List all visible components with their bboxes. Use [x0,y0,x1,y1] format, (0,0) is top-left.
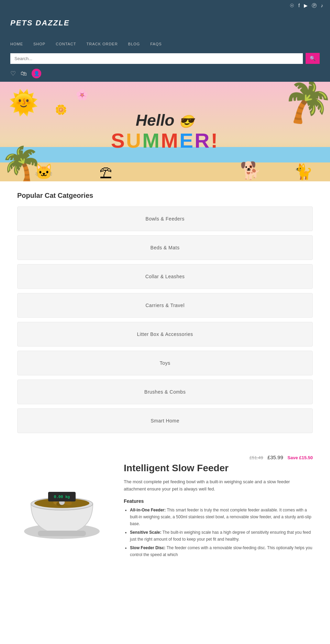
banner-summer: SUMMER! [111,129,219,152]
category-toys[interactable]: Toys [17,351,313,375]
search-input[interactable] [10,53,303,64]
nav-track-order[interactable]: TRACK ORDER [87,38,118,50]
svg-text:0.00 kg: 0.00 kg [54,495,70,499]
product-price-row: £51.49 £35.99 Save £15.50 [17,454,313,461]
flower-decoration-2: 🌼 [55,104,67,115]
search-bar: 🔍 [0,50,330,67]
tiktok-icon[interactable]: ♪ [321,3,323,9]
feature-2-name: Sensitive Scale: [130,530,161,535]
product-image: 0.00 kg [17,463,107,545]
nav-home[interactable]: HOME [10,38,23,50]
instagram-icon[interactable]: ☉ [290,3,294,9]
features-list: All-in-One Feeder: This smart feeder is … [124,507,313,558]
category-collar-leashes-label: Collar & Leashes [145,274,185,279]
feature-3: Slow Feeder Disc: The feeder comes with … [130,544,313,558]
cart-icon[interactable]: 🛍 [21,70,27,77]
product-title: Intelligent Slow Feeder [124,463,313,474]
svg-rect-10 [38,531,86,536]
product-layout: 0.00 kg Intelligent Slow Feeder The most… [17,463,313,560]
category-bowls-feeders-label: Bowls & Feeders [145,216,184,222]
nav-shop[interactable]: SHOP [33,38,45,50]
categories-section: Popular Cat Catgeories Bowls & Feeders B… [0,181,330,448]
top-bar: ☉ f ▶ Ⓟ ♪ [0,0,330,12]
product-section: £51.49 £35.99 Save £15.50 [0,448,330,570]
product-description: The most complete pet feeding bowl with … [124,478,313,493]
nav-faqs[interactable]: FAQS [150,38,162,50]
category-litter-box-label: Litter Box & Accessories [137,331,193,337]
category-carriers-travel-label: Carriers & Travel [145,303,185,308]
features-title: Features [124,498,313,504]
user-icon[interactable]: 👤 [32,69,41,78]
youtube-icon[interactable]: ▶ [304,3,308,9]
nav-contact[interactable]: CONTACT [56,38,76,50]
facebook-icon[interactable]: f [298,3,300,9]
sun-decoration: 🌞 [9,89,38,117]
pinterest-icon[interactable]: Ⓟ [312,3,317,9]
category-brushes-combs-label: Brushes & Combs [144,389,186,395]
svg-point-6 [66,501,72,505]
category-brushes-combs[interactable]: Brushes & Combs [17,380,313,404]
category-bowls-feeders[interactable]: Bowls & Feeders [17,206,313,231]
feature-2: Sensitive Scale: The built-in weighing s… [130,529,313,543]
palm-right: 🌴 [278,82,330,131]
feature-1: All-in-One Feeder: This smart feeder is … [130,507,313,528]
header: PETS DAZZLE [0,12,330,38]
category-smart-home-label: Smart Home [151,418,179,423]
price-old: £51.49 [250,455,263,460]
category-carriers-travel[interactable]: Carriers & Travel [17,293,313,318]
banner-text: Hello 😎 SUMMER! [111,111,219,152]
banner-hello: Hello 😎 [111,111,219,129]
cat-float: 🐱 [34,163,53,181]
nav-bar: HOME SHOP CONTACT TRACK ORDER BLOG FAQS [0,38,330,50]
dog-surf: 🐕 [240,161,261,181]
category-smart-home[interactable]: Smart Home [17,408,313,433]
cat-umbrella: 🐈 [294,163,313,181]
categories-title: Popular Cat Catgeories [17,192,313,200]
category-beds-mats[interactable]: Beds & Mats [17,235,313,260]
feature-3-name: Slow Feeder Disc: [130,545,165,550]
nav-blog[interactable]: BLOG [128,38,140,50]
flower-decoration-1: 🌸 [76,89,88,101]
feature-1-name: All-in-One Feeder: [130,508,166,512]
category-litter-box[interactable]: Litter Box & Accessories [17,322,313,347]
search-button[interactable]: 🔍 [306,53,320,64]
hero-banner: 🌞 🌸 🌼 🌴 🌴 Hello 😎 SUMMER! 🐱 ⛱ 🐕 🐈 [0,82,330,181]
product-image-wrap: 0.00 kg [17,463,113,546]
price-save: Save £15.50 [287,455,313,460]
brand-name: PETS DAZZLE [10,19,69,27]
category-toys-label: Toys [160,360,170,366]
icon-bar: ♡ 🛍 👤 [0,67,330,82]
category-collar-leashes[interactable]: Collar & Leashes [17,264,313,289]
price-new: £35.99 [267,454,283,460]
product-info: Intelligent Slow Feeder The most complet… [124,463,313,560]
wishlist-icon[interactable]: ♡ [10,70,16,77]
category-beds-mats-label: Beds & Mats [151,245,180,250]
umbrella-decoration: ⛱ [100,166,112,181]
